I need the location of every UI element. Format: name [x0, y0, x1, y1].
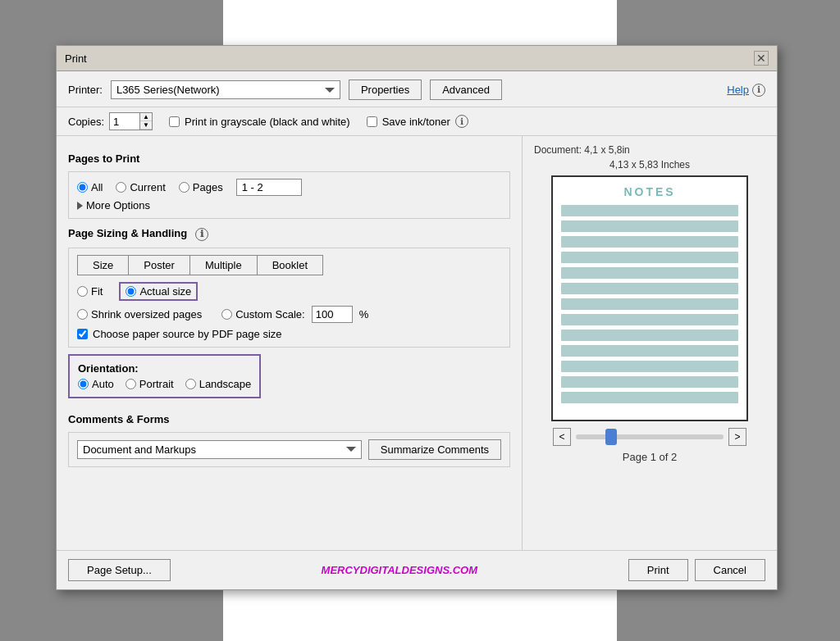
shrink-label: Shrink oversized pages	[91, 308, 202, 320]
page-counter: Page 1 of 2	[623, 451, 678, 463]
orientation-header: Orientation:	[78, 362, 251, 375]
print-dialog: Print ✕ Printer: L365 Series(Network)Mic…	[56, 45, 778, 590]
bottom-buttons: Print Cancel	[628, 559, 765, 581]
title-bar: Print ✕	[57, 46, 777, 71]
grayscale-group: Print in grayscale (black and white)	[169, 116, 350, 128]
preview-line-5	[561, 267, 738, 279]
comments-forms-header: Comments & Forms	[68, 413, 510, 425]
portrait-option: Portrait	[126, 378, 174, 390]
orientation-radios: Auto Portrait Landscape	[78, 378, 251, 390]
shrink-radio[interactable]	[77, 309, 88, 320]
copies-input[interactable]	[110, 114, 139, 130]
custom-scale-label: Custom Scale:	[235, 308, 305, 320]
print-button[interactable]: Print	[628, 559, 688, 581]
pages-current-radio[interactable]	[116, 182, 126, 193]
page-setup-button[interactable]: Page Setup...	[68, 559, 171, 581]
fit-actual-row: Fit Actual size	[77, 282, 501, 301]
portrait-label: Portrait	[139, 378, 174, 390]
copies-up-button[interactable]: ▲	[140, 113, 152, 121]
pages-range-input[interactable]	[236, 179, 302, 196]
slider-row: < >	[534, 428, 765, 446]
multiple-button[interactable]: Multiple	[190, 255, 258, 275]
booklet-button[interactable]: Booklet	[258, 255, 323, 275]
auto-label: Auto	[92, 378, 114, 390]
auto-radio[interactable]	[78, 379, 89, 389]
more-options-triangle	[77, 202, 83, 210]
help-link[interactable]: Help	[727, 84, 749, 96]
preview-line-1	[561, 205, 738, 216]
pages-radio-row: All Current Pages	[77, 179, 501, 196]
page-slider-thumb[interactable]	[605, 429, 617, 445]
fit-option: Fit	[77, 285, 103, 298]
preview-line-4	[561, 252, 738, 263]
preview-line-3	[561, 236, 738, 248]
printer-label: Printer:	[68, 84, 103, 96]
dialog-body: Pages to Print All Current Pages	[57, 136, 777, 550]
copies-row: Copies: ▲ ▼ Print in grayscale (black an…	[57, 107, 777, 136]
save-ink-checkbox[interactable]	[367, 116, 377, 127]
page-slider-track	[576, 434, 724, 439]
auto-option: Auto	[78, 378, 114, 390]
close-button[interactable]: ✕	[754, 51, 769, 66]
pages-current-option: Current	[116, 181, 165, 193]
size-button[interactable]: Size	[77, 255, 129, 275]
preview-line-10	[561, 345, 738, 357]
custom-scale-input[interactable]	[312, 306, 353, 323]
percent-label: %	[359, 308, 369, 320]
choose-paper-label: Choose paper source by PDF page size	[93, 328, 282, 340]
landscape-label: Landscape	[199, 378, 252, 390]
copies-input-wrap: ▲ ▼	[109, 112, 153, 130]
pages-all-option: All	[77, 181, 103, 193]
preview-line-13	[561, 392, 738, 403]
shrink-custom-row: Shrink oversized pages Custom Scale: %	[77, 306, 501, 323]
portrait-radio[interactable]	[126, 379, 136, 389]
page-sizing-section: Size Poster Multiple Booklet Fit Actual …	[68, 248, 510, 348]
comments-select-row: Document and MarkupsDocumentDocument and…	[77, 439, 501, 460]
copies-spinners: ▲ ▼	[139, 113, 152, 130]
advanced-button[interactable]: Advanced	[430, 80, 502, 100]
prev-page-button[interactable]: <	[553, 428, 571, 446]
left-panel: Pages to Print All Current Pages	[57, 136, 523, 550]
preview-notes-title: NOTES	[553, 185, 746, 198]
comments-select[interactable]: Document and MarkupsDocumentDocument and…	[77, 440, 362, 459]
pages-range-radio[interactable]	[179, 182, 189, 193]
pages-range-option: Pages	[179, 181, 223, 193]
grayscale-label: Print in grayscale (black and white)	[185, 116, 350, 128]
doc-info: Document: 4,1 x 5,8in	[534, 144, 630, 156]
pages-to-print-header: Pages to Print	[68, 152, 510, 165]
printer-select[interactable]: L365 Series(Network)Microsoft Print to P…	[111, 80, 340, 99]
cancel-button[interactable]: Cancel	[695, 559, 765, 581]
bottom-bar: Page Setup... MERCYDIGITALDESIGNS.COM Pr…	[57, 550, 777, 589]
grayscale-checkbox[interactable]	[169, 116, 180, 127]
orientation-container: Orientation: Auto Portrait Landscape	[68, 354, 510, 405]
save-ink-info-icon: ℹ	[455, 115, 468, 128]
custom-scale-radio[interactable]	[221, 309, 232, 320]
pages-range-label: Pages	[193, 181, 223, 193]
summarize-comments-button[interactable]: Summarize Comments	[368, 439, 501, 460]
copies-label: Copies:	[68, 116, 104, 128]
page-sizing-header: Page Sizing & Handling ℹ	[68, 227, 510, 241]
pages-all-label: All	[91, 181, 103, 193]
size-buttons-row: Size Poster Multiple Booklet	[77, 255, 501, 275]
pages-current-label: Current	[130, 181, 165, 193]
preview-line-12	[561, 376, 738, 388]
actual-size-option: Actual size	[119, 282, 198, 301]
comments-forms-section: Document and MarkupsDocumentDocument and…	[68, 432, 510, 467]
fit-radio[interactable]	[77, 286, 88, 297]
doc-size: 4,13 x 5,83 Inches	[609, 159, 690, 170]
preview-line-8	[561, 314, 738, 325]
more-options-label: More Options	[86, 199, 150, 211]
copies-group: Copies: ▲ ▼	[68, 112, 153, 130]
custom-scale-option: Custom Scale:	[221, 308, 305, 320]
help-info-icon[interactable]: ℹ	[752, 84, 765, 97]
poster-button[interactable]: Poster	[129, 255, 190, 275]
actual-size-radio[interactable]	[126, 286, 136, 297]
landscape-radio[interactable]	[185, 379, 196, 389]
pages-all-radio[interactable]	[77, 182, 88, 193]
landscape-option: Landscape	[185, 378, 252, 390]
properties-button[interactable]: Properties	[349, 80, 422, 100]
choose-paper-checkbox[interactable]	[77, 329, 88, 339]
next-page-button[interactable]: >	[728, 428, 746, 446]
more-options[interactable]: More Options	[77, 199, 501, 211]
copies-down-button[interactable]: ▼	[140, 121, 152, 130]
